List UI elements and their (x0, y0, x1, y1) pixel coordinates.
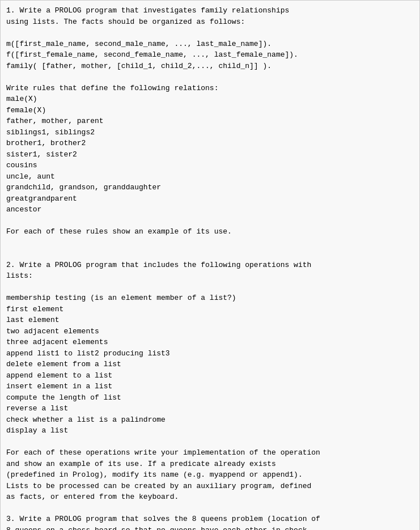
assignment-text: 1. Write a PROLOG program that investiga… (6, 5, 414, 530)
main-content: 1. Write a PROLOG program that investiga… (0, 0, 420, 530)
